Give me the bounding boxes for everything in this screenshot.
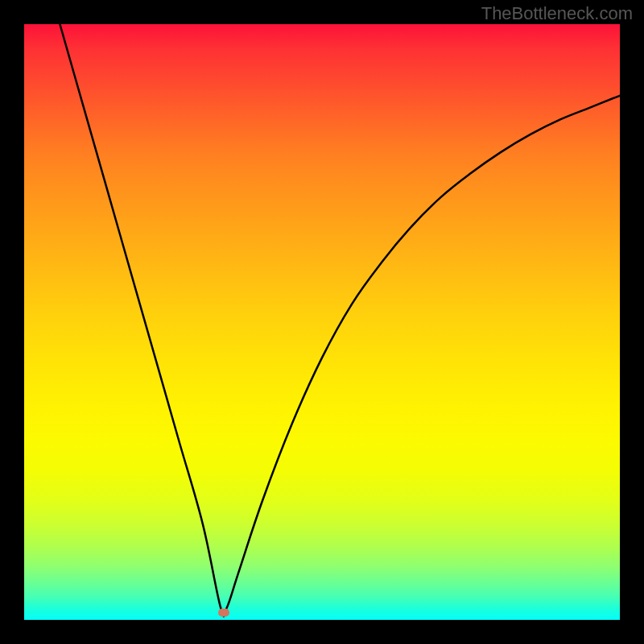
plot-area bbox=[24, 24, 620, 620]
curve-svg bbox=[24, 24, 620, 620]
chart-frame: TheBottleneck.com bbox=[0, 0, 644, 644]
minimum-marker bbox=[218, 609, 229, 617]
bottleneck-curve-path bbox=[60, 24, 620, 617]
watermark-text: TheBottleneck.com bbox=[481, 3, 633, 24]
